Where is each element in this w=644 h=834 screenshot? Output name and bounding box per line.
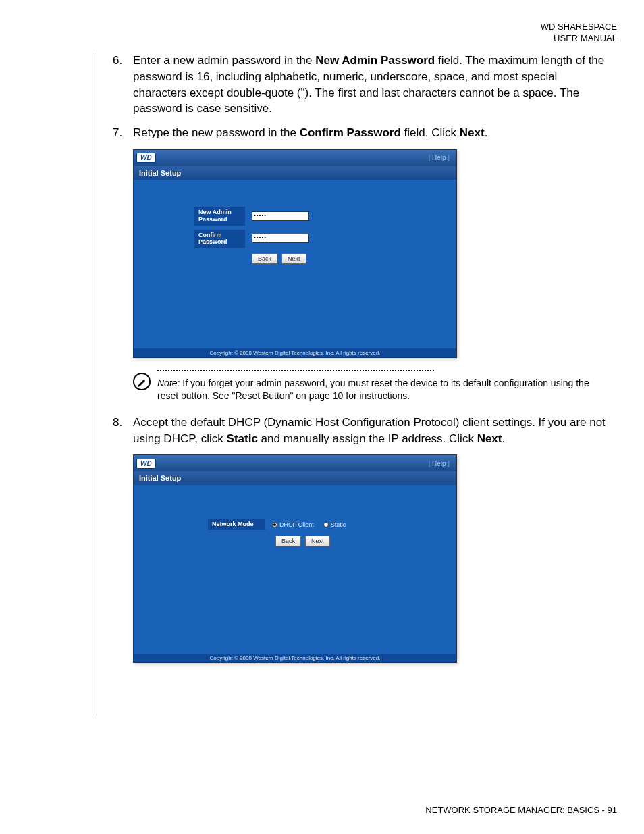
wd-logo: WD — [136, 153, 156, 163]
help-link[interactable]: Help — [429, 154, 450, 161]
screenshot-title: Initial Setup — [134, 471, 456, 485]
text-bold: Next — [460, 126, 485, 139]
text-frag: . — [502, 432, 505, 445]
text-bold: Next — [477, 432, 502, 445]
step-8: 8. Accept the default DHCP (Dynamic Host… — [113, 415, 608, 447]
text-frag: Enter a new admin password in the — [133, 54, 315, 67]
next-button[interactable]: Next — [305, 536, 330, 546]
step-6: 6. Enter a new admin password in the New… — [113, 53, 608, 117]
screenshot-header: WD Help — [134, 455, 456, 471]
radio-icon — [272, 522, 277, 527]
screenshot-header: WD Help — [134, 150, 456, 166]
screenshot-title: Initial Setup — [134, 166, 456, 180]
radio-icon — [323, 522, 329, 527]
header-line2: USER MANUAL — [541, 33, 617, 45]
next-button[interactable]: Next — [281, 253, 306, 264]
radio-static[interactable]: Static — [323, 521, 346, 528]
form-row-confirm-password: Confirm Password ••••• — [134, 230, 456, 249]
step-text: Enter a new admin password in the New Ad… — [133, 53, 608, 117]
step-text: Accept the default DHCP (Dynamic Host Co… — [133, 415, 608, 447]
radio-label: Static — [331, 521, 346, 528]
back-button[interactable]: Back — [252, 253, 277, 264]
note-body: If you forget your admin password, you m… — [157, 377, 589, 401]
note-divider — [157, 370, 434, 371]
button-row: Back Next — [134, 253, 456, 264]
button-row: Back Next — [134, 536, 456, 546]
screenshot-body: New Admin Password ••••• Confirm Passwor… — [134, 180, 456, 348]
help-link[interactable]: Help — [429, 460, 450, 467]
note-text: Note: If you forget your admin password,… — [157, 377, 608, 402]
main-content: 6. Enter a new admin password in the New… — [95, 53, 608, 716]
text-frag: field. Click — [401, 126, 460, 139]
radio-dhcp[interactable]: DHCP Client — [272, 521, 314, 528]
step-number: 6. — [113, 53, 133, 117]
step-text: Retype the new password in the Confirm P… — [133, 125, 608, 141]
text-frag: . — [485, 126, 488, 139]
note-prefix: Note: — [157, 377, 180, 388]
step-number: 8. — [113, 415, 133, 447]
text-bold: Confirm Password — [300, 126, 401, 139]
page-footer: NETWORK STORAGE MANAGER: BASICS - 91 — [425, 805, 617, 815]
back-button[interactable]: Back — [275, 536, 301, 546]
new-password-input[interactable]: ••••• — [252, 211, 309, 221]
screenshot-password: WD Help Initial Setup New Admin Password… — [133, 149, 457, 358]
network-mode-options: DHCP Client Static — [272, 521, 346, 528]
page-header: WD SHARESPACE USER MANUAL — [541, 22, 617, 45]
screenshot-network: WD Help Initial Setup Network Mode DHCP … — [133, 454, 457, 663]
note-block: Note: If you forget your admin password,… — [133, 370, 608, 402]
text-frag: and manually assign the IP address. Clic… — [258, 432, 477, 445]
text-frag: Retype the new password in the — [133, 126, 300, 139]
step-7: 7. Retype the new password in the Confir… — [113, 125, 608, 141]
text-bold: New Admin Password — [315, 54, 435, 67]
new-password-label: New Admin Password — [194, 207, 245, 226]
header-line1: WD SHARESPACE — [541, 22, 617, 33]
confirm-password-label: Confirm Password — [194, 230, 245, 249]
network-mode-label: Network Mode — [208, 519, 265, 530]
screenshot-copyright: Copyright © 2008 Western Digital Technol… — [134, 348, 456, 357]
text-bold: Static — [227, 432, 258, 445]
wd-logo: WD — [136, 459, 156, 469]
note-content: Note: If you forget your admin password,… — [157, 370, 608, 402]
form-row-network-mode: Network Mode DHCP Client Static — [134, 519, 456, 530]
screenshot-copyright: Copyright © 2008 Western Digital Technol… — [134, 654, 456, 662]
form-row-new-password: New Admin Password ••••• — [134, 207, 456, 226]
radio-label: DHCP Client — [279, 521, 314, 528]
confirm-password-input[interactable]: ••••• — [252, 234, 309, 243]
screenshot-body: Network Mode DHCP Client Static Back Nex… — [134, 485, 456, 654]
step-number: 7. — [113, 125, 133, 141]
note-pencil-icon — [133, 373, 151, 390]
